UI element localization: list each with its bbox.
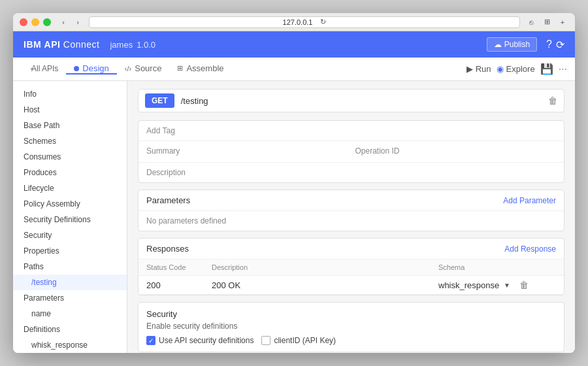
- sidebar-item-properties[interactable]: Properties: [13, 243, 127, 259]
- content-area: GET /testing 🗑 Add Tag Summary Operation…: [127, 81, 575, 353]
- sidebar-item-produces[interactable]: Produces: [13, 165, 127, 180]
- tab-assemble[interactable]: ⊞ Assemble: [169, 63, 231, 75]
- sidebar-item-definitions[interactable]: Definitions: [13, 322, 127, 337]
- sub-nav: ← All APIs Design ‹/› Source ⊞ Assemble …: [13, 58, 575, 81]
- share-button[interactable]: ⎋: [525, 16, 537, 28]
- client-id-checkbox-wrapper[interactable]: clientID (API Key): [261, 336, 336, 345]
- sidebar-item-consumes[interactable]: Consumes: [13, 149, 127, 165]
- run-icon: ▶: [466, 64, 473, 74]
- delete-endpoint-button[interactable]: 🗑: [548, 95, 557, 106]
- dropdown-arrow-icon: ▼: [504, 282, 510, 289]
- parameters-title: Parameters: [146, 195, 190, 205]
- operation-id-field[interactable]: Operation ID: [355, 146, 557, 157]
- help-button[interactable]: ?: [546, 39, 552, 50]
- sidebar-item-policy-assembly[interactable]: Policy Assembly: [13, 196, 127, 212]
- table-row: 200 200 OK whisk_response ▼ 🗑: [139, 276, 564, 295]
- main-layout: Info Host Base Path Schemes Consumes Pro…: [13, 81, 575, 353]
- summary-field[interactable]: Summary: [146, 146, 348, 157]
- description-label: Description: [146, 168, 225, 177]
- address-bar[interactable]: 127.0.0.1 ↻: [89, 16, 520, 28]
- sidebar-item-base-path[interactable]: Base Path: [13, 118, 127, 133]
- endpoint-bar: GET /testing 🗑: [138, 89, 564, 112]
- new-tab-button[interactable]: ⊞: [541, 16, 553, 28]
- use-api-label: Use API security definitions: [159, 336, 253, 345]
- col-schema: Schema: [438, 263, 556, 271]
- address-text: 127.0.0.1: [283, 18, 313, 26]
- endpoint-path[interactable]: /testing: [181, 96, 548, 106]
- schema-select[interactable]: whisk_response: [438, 280, 500, 290]
- sidebar: Info Host Base Path Schemes Consumes Pro…: [13, 81, 127, 353]
- design-dot: [74, 66, 79, 71]
- security-title: Security: [146, 309, 556, 319]
- settings-button[interactable]: ⟳: [556, 39, 564, 51]
- close-button[interactable]: [20, 18, 27, 26]
- minimize-button[interactable]: [31, 18, 39, 26]
- sidebar-item-name[interactable]: name: [13, 306, 127, 322]
- responses-table-header: Status Code Description Schema: [139, 259, 564, 276]
- col-description: Description: [212, 263, 438, 271]
- forward-button[interactable]: ›: [72, 16, 84, 28]
- sidebar-item-info[interactable]: Info: [13, 86, 127, 102]
- responses-header: Responses Add Response: [139, 239, 564, 259]
- add-response-link[interactable]: Add Response: [504, 244, 556, 254]
- sidebar-item-schemes[interactable]: Schemes: [13, 133, 127, 149]
- schema-cell: whisk_response ▼ 🗑: [438, 280, 556, 290]
- cloud-icon: ☁: [494, 40, 502, 49]
- back-to-apis[interactable]: ← All APIs: [21, 63, 66, 75]
- sidebar-item-security[interactable]: Security: [13, 227, 127, 243]
- user-name: james: [110, 40, 133, 50]
- save-button[interactable]: 💾: [540, 63, 553, 75]
- sidebar-item-parameters[interactable]: Parameters: [13, 290, 127, 306]
- meta-section: Add Tag Summary Operation ID Description: [138, 120, 564, 183]
- nav-buttons: ‹ ›: [57, 16, 84, 28]
- parameters-header: Parameters Add Parameter: [139, 190, 564, 211]
- responses-title: Responses: [146, 244, 189, 254]
- sub-nav-right: ▶ Run ◉ Explore 💾 ···: [466, 58, 567, 80]
- titlebar: ‹ › 127.0.0.1 ↻ ⎋ ⊞ +: [13, 13, 575, 31]
- add-button[interactable]: +: [557, 16, 568, 28]
- no-params-text: No parameters defined: [139, 211, 564, 231]
- publish-button[interactable]: ☁ Publish: [487, 37, 537, 52]
- sidebar-item-security-definitions[interactable]: Security Definitions: [13, 212, 127, 227]
- responses-section: Responses Add Response Status Code Descr…: [138, 238, 564, 295]
- app-logo: IBM API Connect: [24, 39, 99, 50]
- maximize-button[interactable]: [43, 18, 51, 26]
- add-tag-field[interactable]: Add Tag: [139, 121, 564, 141]
- method-badge: GET: [145, 93, 174, 108]
- add-tag-label: Add Tag: [146, 126, 225, 135]
- run-button[interactable]: ▶ Run: [466, 64, 491, 74]
- sidebar-item-host[interactable]: Host: [13, 102, 127, 118]
- add-parameter-link[interactable]: Add Parameter: [503, 196, 556, 205]
- operation-id-label: Operation ID: [355, 146, 557, 156]
- description-field[interactable]: Description: [139, 163, 564, 182]
- parameters-section: Parameters Add Parameter No parameters d…: [138, 190, 564, 231]
- sidebar-item-paths[interactable]: Paths: [13, 259, 127, 274]
- security-subtitle: Enable security definitions: [146, 322, 556, 331]
- assemble-icon: ⊞: [177, 64, 183, 73]
- client-id-label: clientID (API Key): [274, 336, 336, 345]
- use-api-checkbox-wrapper[interactable]: ✓ Use API security definitions: [146, 336, 253, 345]
- sub-nav-left: ← All APIs Design ‹/› Source ⊞ Assemble: [21, 58, 232, 80]
- explore-icon: ◉: [497, 64, 504, 74]
- col-status-code: Status Code: [146, 263, 212, 271]
- app-header: IBM API Connect james 1.0.0 ☁ Publish ? …: [13, 31, 575, 58]
- delete-response-button[interactable]: 🗑: [519, 280, 529, 290]
- client-id-checkbox[interactable]: [261, 336, 270, 345]
- use-api-checkbox[interactable]: ✓: [146, 336, 155, 345]
- back-button[interactable]: ‹: [57, 16, 69, 28]
- sidebar-item-testing[interactable]: /testing: [13, 274, 127, 290]
- sidebar-item-whisk-response[interactable]: whisk_response: [13, 337, 127, 353]
- summary-label: Summary: [146, 146, 348, 156]
- tab-design[interactable]: Design: [66, 63, 116, 75]
- version-number: 1.0.0: [137, 40, 155, 50]
- security-section: Security Enable security definitions ✓ U…: [138, 302, 564, 352]
- refresh-button[interactable]: ↻: [320, 18, 326, 26]
- app-window: ‹ › 127.0.0.1 ↻ ⎋ ⊞ + IBM API Connect ja…: [13, 13, 575, 353]
- explore-button[interactable]: ◉ Explore: [497, 64, 535, 74]
- cell-desc-200: 200 OK: [212, 280, 438, 290]
- security-content: Security Enable security definitions ✓ U…: [139, 303, 564, 352]
- tab-source[interactable]: ‹/› Source: [117, 63, 170, 75]
- toolbar-right: ⎋ ⊞ +: [525, 16, 568, 28]
- more-button[interactable]: ···: [559, 63, 567, 75]
- sidebar-item-lifecycle[interactable]: Lifecycle: [13, 180, 127, 196]
